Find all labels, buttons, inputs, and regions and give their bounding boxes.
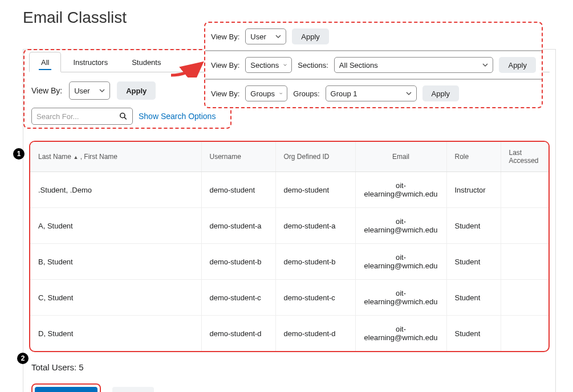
cell-username: demo-student: [201, 172, 275, 208]
total-users-text: Total Users: 5: [23, 352, 555, 372]
sort-asc-icon: ▲: [73, 154, 78, 160]
cell-orgid: demo-student: [275, 172, 355, 208]
search-input[interactable]: [36, 112, 119, 121]
search-icon[interactable]: [119, 112, 128, 121]
table-row: .Student, .Demodemo-studentdemo-studento…: [30, 172, 548, 208]
cell-username: demo-student-d: [201, 316, 275, 352]
viewby-select[interactable]: User: [69, 81, 110, 100]
classlist-table-wrap: Last Name ▲ , First Name Username Org De…: [29, 141, 550, 352]
col-header-role[interactable]: Role: [446, 142, 501, 172]
apply-button[interactable]: Apply: [499, 57, 536, 73]
svg-point-0: [120, 113, 125, 118]
viewby-select-groups[interactable]: Groups: [245, 85, 287, 101]
cell-username: demo-student-a: [201, 208, 275, 244]
cell-username: demo-student-c: [201, 280, 275, 316]
cell-email: oit-elearning@wmich.edu: [355, 280, 446, 316]
footer-buttons: Send Email Close: [23, 372, 555, 392]
viewby-label: View By:: [31, 86, 62, 95]
svg-line-1: [125, 117, 127, 120]
select-value: All Sections: [339, 61, 378, 70]
viewby-select-sections[interactable]: Sections: [245, 57, 292, 73]
cell-last-accessed: [501, 172, 548, 208]
cell-orgid: demo-student-c: [275, 280, 355, 316]
cell-name: C, Student: [30, 280, 201, 316]
apply-button[interactable]: Apply: [422, 85, 460, 101]
col-header-orgid[interactable]: Org Defined ID: [275, 142, 355, 172]
chevron-down-icon: [406, 91, 412, 96]
viewby-label: View By:: [211, 61, 239, 70]
col-header-email[interactable]: Email: [355, 142, 446, 172]
cell-role: Student: [446, 244, 501, 280]
cell-email: oit-elearning@wmich.edu: [355, 208, 446, 244]
cell-orgid: demo-student-a: [275, 208, 355, 244]
select-value: User: [250, 32, 266, 41]
select-value: Group 1: [331, 89, 357, 98]
cell-email: oit-elearning@wmich.edu: [355, 172, 446, 208]
sections-label: Sections:: [298, 61, 328, 70]
callout-row-user: View By: User Apply: [205, 23, 542, 51]
annotation-badge-2: 2: [17, 353, 29, 364]
col-header-last-accessed[interactable]: Last Accessed: [501, 142, 548, 172]
apply-button[interactable]: Apply: [117, 81, 156, 100]
tab-students[interactable]: Students: [120, 52, 173, 72]
close-button[interactable]: Close: [112, 387, 154, 392]
viewby-label: View By:: [211, 32, 239, 41]
chevron-down-icon: [275, 34, 281, 39]
cell-orgid: demo-student-d: [275, 316, 355, 352]
cell-email: oit-elearning@wmich.edu: [355, 244, 446, 280]
col-header-username[interactable]: Username: [201, 142, 275, 172]
classlist-table: Last Name ▲ , First Name Username Org De…: [30, 142, 548, 351]
tab-instructors[interactable]: Instructors: [61, 52, 120, 72]
viewby-select-user[interactable]: User: [245, 28, 286, 44]
cell-role: Student: [446, 208, 501, 244]
annotation-badge-1: 1: [13, 148, 25, 160]
chevron-down-icon: [279, 91, 282, 96]
table-row: C, Studentdemo-student-cdemo-student-coi…: [30, 280, 548, 316]
table-row: A, Studentdemo-student-ademo-student-aoi…: [30, 208, 548, 244]
cell-last-accessed: [501, 316, 548, 352]
chevron-down-icon: [482, 62, 488, 68]
cell-email: oit-elearning@wmich.edu: [355, 316, 446, 352]
cell-name: .Student, .Demo: [30, 172, 201, 208]
viewby-callout-panel: View By: User Apply View By: Sections Se…: [204, 22, 543, 108]
viewby-label: View By:: [211, 89, 239, 98]
callout-row-groups: View By: Groups Groups: Group 1 Apply: [205, 80, 542, 107]
cell-last-accessed: [501, 280, 548, 316]
groups-select[interactable]: Group 1: [326, 85, 417, 101]
show-search-options-link[interactable]: Show Search Options: [139, 112, 216, 121]
callout-row-sections: View By: Sections Sections: All Sections…: [205, 51, 542, 80]
cell-name: D, Student: [30, 316, 201, 352]
col-header-name-suffix: , First Name: [80, 153, 117, 161]
select-value: Groups: [250, 89, 275, 98]
apply-button[interactable]: Apply: [292, 28, 329, 44]
cell-orgid: demo-student-b: [275, 244, 355, 280]
groups-label: Groups:: [293, 89, 319, 98]
chevron-down-icon: [283, 62, 287, 68]
cell-last-accessed: [501, 244, 548, 280]
send-email-button[interactable]: Send Email: [35, 387, 97, 392]
search-box: [31, 108, 133, 125]
cell-name: B, Student: [30, 244, 201, 280]
tab-all[interactable]: All: [29, 52, 61, 72]
cell-role: Student: [446, 316, 501, 352]
chevron-down-icon: [99, 88, 105, 93]
col-header-name-text: Last Name: [38, 153, 71, 161]
callout-arrow-icon: [169, 60, 205, 77]
cell-role: Instructor: [446, 172, 501, 208]
cell-username: demo-student-b: [201, 244, 275, 280]
select-value: User: [74, 87, 90, 95]
select-value: Sections: [250, 61, 279, 70]
table-row: B, Studentdemo-student-bdemo-student-boi…: [30, 244, 548, 280]
cell-name: A, Student: [30, 208, 201, 244]
table-row: D, Studentdemo-student-ddemo-student-doi…: [30, 316, 548, 352]
cell-role: Student: [446, 280, 501, 316]
col-header-name[interactable]: Last Name ▲ , First Name: [30, 142, 201, 172]
sections-select[interactable]: All Sections: [334, 57, 494, 73]
send-email-annotation-outline: Send Email: [31, 383, 101, 392]
cell-last-accessed: [501, 208, 548, 244]
